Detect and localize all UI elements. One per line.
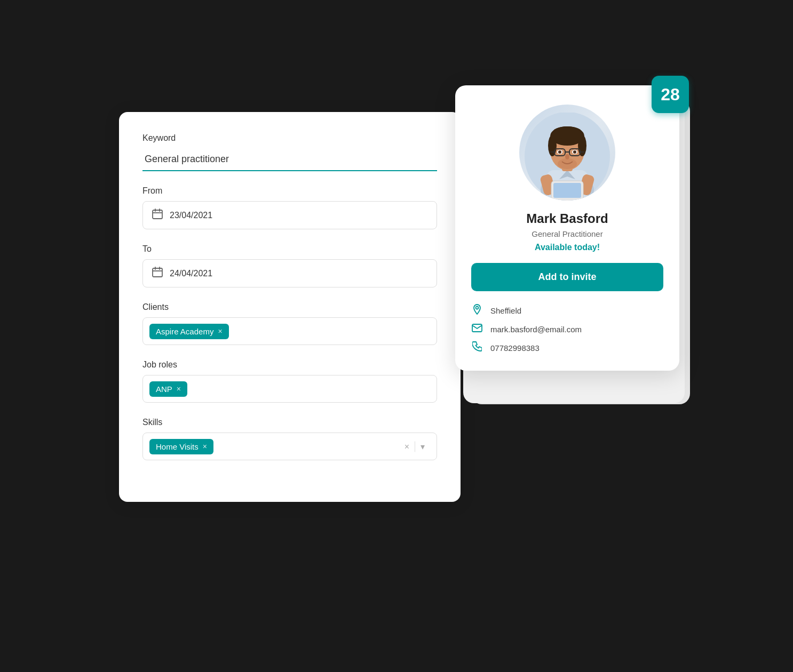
client-tag-aspire-academy: Aspire Academy × [149, 324, 229, 339]
clients-label: Clients [142, 302, 437, 312]
to-label: To [142, 244, 437, 254]
clients-tags-input[interactable]: Aspire Academy × [142, 317, 437, 345]
phone-value: 07782998383 [490, 343, 540, 353]
search-panel: Keyword From 23/04/2021 To [119, 112, 461, 502]
clients-field-group: Clients Aspire Academy × [142, 302, 437, 345]
to-date-input[interactable]: 24/04/2021 [142, 259, 437, 287]
skills-clear-button[interactable]: × [399, 439, 415, 453]
svg-point-33 [476, 307, 479, 309]
remove-client-tag[interactable]: × [218, 327, 222, 335]
email-row: mark.basford@email.com [471, 324, 663, 335]
svg-point-17 [552, 126, 582, 139]
client-tag-label: Aspire Academy [156, 327, 213, 336]
skills-tags-input[interactable]: Home Visits × × ▾ [142, 433, 437, 460]
avatar-section [455, 85, 679, 211]
skills-label: Skills [142, 418, 437, 427]
job-role-tag-anp: ANP × [149, 381, 187, 397]
from-date-value: 23/04/2021 [170, 211, 212, 220]
svg-point-24 [558, 150, 561, 154]
person-illustration [525, 113, 610, 201]
from-field-group: From 23/04/2021 [142, 186, 437, 229]
job-roles-label: Job roles [142, 360, 437, 370]
svg-rect-32 [553, 183, 581, 198]
profile-availability: Available today! [455, 243, 679, 252]
add-to-invite-button[interactable]: Add to invite [471, 263, 663, 291]
from-label: From [142, 186, 437, 196]
location-icon [471, 304, 483, 317]
location-value: Sheffield [490, 306, 521, 315]
skill-tag-label: Home Visits [156, 442, 199, 451]
email-icon [471, 324, 483, 335]
phone-row: 07782998383 [471, 341, 663, 355]
calendar-icon-from [152, 208, 163, 222]
avatar [519, 105, 615, 201]
job-roles-field-group: Job roles ANP × [142, 360, 437, 403]
svg-point-16 [578, 135, 586, 156]
svg-point-26 [573, 150, 576, 154]
remove-skill-tag[interactable]: × [203, 442, 207, 451]
job-role-tag-label: ANP [156, 385, 172, 394]
profile-card: 28 [455, 85, 679, 371]
keyword-input[interactable] [142, 148, 437, 171]
svg-point-28 [558, 158, 577, 169]
card-badge: 28 [652, 76, 689, 113]
skill-tag-home-visits: Home Visits × [149, 439, 213, 454]
email-value: mark.basford@email.com [490, 325, 582, 334]
card-info: Sheffield mark.basford@email.com 0778 [455, 304, 679, 355]
location-row: Sheffield [471, 304, 663, 317]
job-roles-tags-input[interactable]: ANP × [142, 375, 437, 403]
profile-role: General Practitioner [455, 229, 679, 238]
keyword-field-group: Keyword [142, 133, 437, 171]
keyword-label: Keyword [142, 133, 437, 143]
from-date-input[interactable]: 23/04/2021 [142, 201, 437, 229]
svg-point-15 [548, 135, 557, 156]
remove-job-role-tag[interactable]: × [177, 385, 181, 393]
skills-field-group: Skills Home Visits × × ▾ [142, 418, 437, 460]
profile-name: Mark Basford [455, 211, 679, 226]
skills-actions: × ▾ [399, 439, 430, 454]
to-field-group: To 24/04/2021 [142, 244, 437, 287]
phone-icon [471, 341, 483, 355]
svg-rect-0 [153, 210, 162, 219]
skills-dropdown-button[interactable]: ▾ [415, 439, 430, 454]
calendar-icon-to [152, 266, 163, 281]
svg-rect-4 [153, 268, 162, 277]
to-date-value: 24/04/2021 [170, 269, 212, 278]
